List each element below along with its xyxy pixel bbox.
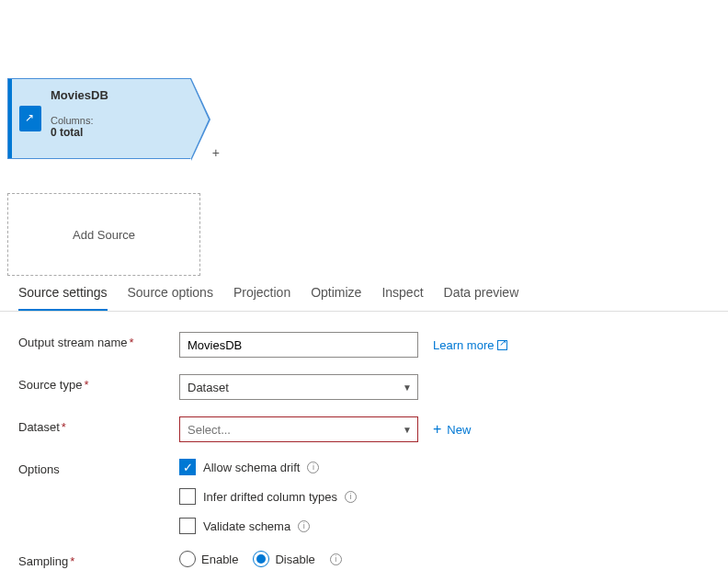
allow-schema-drift-label: Allow schema drift xyxy=(203,461,300,474)
node-title: MoviesDB xyxy=(51,88,185,102)
tab-source-options[interactable]: Source options xyxy=(128,276,213,311)
node-columns-total: 0 total xyxy=(51,126,185,139)
info-icon[interactable]: i xyxy=(345,491,357,503)
tab-source-settings[interactable]: Source settings xyxy=(18,276,108,311)
node-body: MoviesDB Columns: 0 total xyxy=(45,79,190,158)
tab-optimize[interactable]: Optimize xyxy=(311,276,361,311)
radio-circle-icon xyxy=(253,551,269,567)
new-dataset-button[interactable]: + New xyxy=(433,422,471,437)
tab-inspect[interactable]: Inspect xyxy=(381,276,423,311)
output-stream-input[interactable] xyxy=(179,332,418,358)
dataset-placeholder: Select... xyxy=(188,423,231,437)
info-icon[interactable]: i xyxy=(330,553,342,565)
radio-circle-icon xyxy=(179,551,196,567)
validate-schema-checkbox[interactable] xyxy=(179,518,196,534)
add-source-button[interactable]: Add Source xyxy=(7,193,200,276)
source-node[interactable]: MoviesDB Columns: 0 total + xyxy=(7,78,191,159)
chevron-down-icon: ▼ xyxy=(403,382,412,393)
new-label: New xyxy=(447,423,471,437)
sampling-enable-radio[interactable]: Enable xyxy=(179,551,238,567)
allow-schema-drift-checkbox[interactable]: ✓ xyxy=(179,459,196,475)
source-type-select[interactable]: Dataset ▼ xyxy=(179,374,418,400)
learn-more-link[interactable]: Learn more xyxy=(433,338,507,352)
chevron-down-icon: ▼ xyxy=(403,425,412,435)
validate-schema-label: Validate schema xyxy=(203,519,290,533)
info-icon[interactable]: i xyxy=(298,520,310,532)
tabs-bar: Source settings Source options Projectio… xyxy=(0,276,728,312)
sampling-disable-radio[interactable]: Disable xyxy=(253,551,314,567)
node-columns-label: Columns: xyxy=(51,115,185,126)
add-transformation-button[interactable]: + xyxy=(212,145,220,160)
sampling-label: Sampling* xyxy=(18,551,179,568)
learn-more-text: Learn more xyxy=(433,338,494,352)
dataset-select[interactable]: Select... ▼ xyxy=(179,416,418,442)
add-source-label: Add Source xyxy=(73,228,135,242)
dataset-label: Dataset* xyxy=(18,416,179,434)
source-type-value: Dataset xyxy=(188,381,229,394)
plus-icon: + xyxy=(433,422,441,437)
source-type-label: Source type* xyxy=(18,374,179,392)
node-icon-wrap xyxy=(12,79,45,158)
tab-projection[interactable]: Projection xyxy=(233,276,290,311)
infer-drifted-types-label: Infer drifted column types xyxy=(203,490,337,504)
options-label: Options xyxy=(18,459,179,476)
canvas-area: MoviesDB Columns: 0 total + Add Source xyxy=(0,0,728,276)
infer-drifted-types-checkbox[interactable] xyxy=(179,488,196,505)
output-stream-label: Output stream name* xyxy=(18,332,179,349)
external-link-icon xyxy=(497,340,507,350)
database-icon xyxy=(19,106,41,131)
info-icon[interactable]: i xyxy=(307,462,319,473)
source-settings-form: Output stream name* Learn more Source ty… xyxy=(0,312,728,570)
tab-data-preview[interactable]: Data preview xyxy=(444,276,519,311)
sampling-enable-label: Enable xyxy=(201,553,238,566)
sampling-disable-label: Disable xyxy=(275,553,314,566)
